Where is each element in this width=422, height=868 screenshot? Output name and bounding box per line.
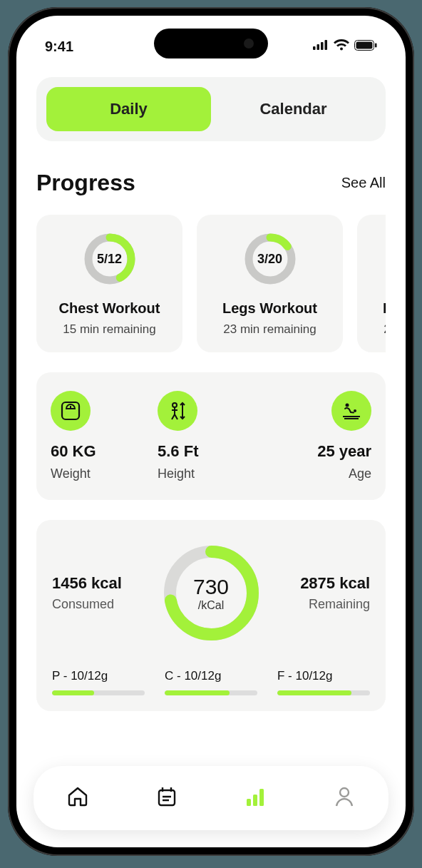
- progress-ring: 3/20: [242, 230, 299, 287]
- weight-icon: [51, 391, 91, 431]
- progress-card-sub: 15 min remaining: [63, 322, 155, 337]
- nav-profile[interactable]: [330, 784, 359, 812]
- macro-protein: P - 10/12g: [52, 669, 145, 695]
- tab-calendar[interactable]: Calendar: [211, 87, 376, 131]
- progress-card[interactable]: 10/15 Legs Workout 23 min remaining: [357, 215, 386, 352]
- stat-value: 60 KG: [51, 442, 96, 461]
- calories-remaining: 2875 kcal Remaining: [263, 574, 371, 612]
- body-stats-card: 60 KG Weight 5.6 Ft Height 25 year Age: [36, 372, 386, 500]
- phone-frame: 9:41 Daily Calendar Progress: [8, 7, 414, 856]
- macro-label: C - 10/12g: [165, 669, 257, 683]
- svg-point-15: [173, 403, 177, 407]
- progress-row[interactable]: 5/12 Chest Workout 15 min remaining 3/20…: [36, 215, 386, 352]
- svg-line-17: [172, 414, 175, 419]
- bottom-nav: [34, 766, 388, 830]
- svg-rect-5: [356, 41, 373, 48]
- progress-ring: 5/12: [81, 230, 138, 287]
- cellular-icon: [313, 40, 329, 53]
- svg-rect-32: [247, 799, 251, 806]
- calories-ring: 730 /kCal: [160, 541, 263, 645]
- profile-icon: [332, 785, 356, 812]
- calories-consumed: 1456 kcal Consumed: [52, 574, 160, 612]
- calories-top: 1456 kcal Consumed 730 /kCal 2875 kcal R…: [52, 541, 370, 645]
- macro-label: P - 10/12g: [52, 669, 145, 683]
- progress-card-sub: 23 min remaining: [384, 322, 386, 337]
- svg-rect-2: [321, 42, 324, 50]
- progress-ratio: 5/12: [81, 230, 138, 287]
- tab-switch: Daily Calendar: [36, 77, 386, 141]
- svg-rect-27: [159, 790, 175, 805]
- macro-bar: [52, 690, 145, 695]
- stat-label: Age: [349, 466, 371, 481]
- status-icons: [313, 39, 377, 53]
- svg-line-18: [175, 414, 177, 419]
- stat-weight: 60 KG Weight: [51, 391, 158, 481]
- svg-point-35: [340, 788, 349, 797]
- svg-rect-33: [253, 795, 257, 806]
- progress-card[interactable]: 5/12 Chest Workout 15 min remaining: [36, 215, 182, 352]
- remaining-value: 2875 kcal: [263, 574, 371, 593]
- remaining-label: Remaining: [263, 597, 371, 612]
- macro-row: P - 10/12g C - 10/12g F - 10/12g: [52, 669, 370, 695]
- macro-fat: F - 10/12g: [277, 669, 370, 695]
- see-all-link[interactable]: See All: [341, 175, 386, 191]
- svg-rect-34: [259, 789, 264, 806]
- svg-rect-3: [325, 40, 328, 50]
- macro-bar: [165, 690, 257, 695]
- stat-age: 25 year Age: [264, 391, 371, 481]
- stat-height: 5.6 Ft Height: [158, 391, 264, 481]
- battery-icon: [354, 40, 377, 53]
- content: Daily Calendar Progress See All 5/12 Che…: [16, 77, 406, 711]
- progress-card-sub: 23 min remaining: [223, 322, 316, 337]
- status-time: 9:41: [45, 39, 73, 55]
- nav-home[interactable]: [63, 784, 92, 812]
- stat-label: Weight: [51, 466, 91, 481]
- macro-bar: [277, 690, 370, 695]
- svg-rect-0: [313, 46, 316, 50]
- macro-label: F - 10/12g: [277, 669, 370, 683]
- calendar-icon: [155, 785, 179, 812]
- nav-stats[interactable]: [241, 784, 269, 812]
- age-icon: [331, 391, 371, 431]
- nav-calendar[interactable]: [153, 784, 181, 812]
- calories-ring-unit: /kCal: [198, 599, 224, 612]
- svg-rect-6: [375, 43, 377, 47]
- progress-ratio: 3/20: [242, 230, 299, 287]
- stat-value: 25 year: [317, 442, 371, 461]
- consumed-label: Consumed: [52, 597, 160, 612]
- macro-carbs: C - 10/12g: [165, 669, 257, 695]
- progress-card[interactable]: 3/20 Legs Workout 23 min remaining: [197, 215, 343, 352]
- notch: [154, 29, 268, 58]
- stat-label: Height: [158, 466, 195, 481]
- screen: 9:41 Daily Calendar Progress: [16, 16, 406, 847]
- calories-ring-value: 730: [193, 575, 229, 599]
- calories-card: 1456 kcal Consumed 730 /kCal 2875 kcal R…: [36, 520, 386, 711]
- progress-card-title: Legs Workout: [383, 300, 386, 317]
- progress-card-title: Legs Workout: [222, 300, 317, 317]
- svg-point-21: [346, 404, 349, 407]
- consumed-value: 1456 kcal: [52, 574, 160, 593]
- stats-icon: [243, 785, 267, 812]
- progress-title: Progress: [36, 170, 135, 196]
- progress-header: Progress See All: [36, 170, 386, 196]
- home-icon: [66, 785, 90, 812]
- svg-point-22: [354, 409, 356, 412]
- svg-rect-1: [317, 44, 320, 50]
- progress-card-title: Chest Workout: [59, 300, 160, 317]
- height-icon: [158, 391, 197, 431]
- stat-value: 5.6 Ft: [158, 442, 198, 461]
- tab-daily[interactable]: Daily: [46, 87, 211, 131]
- wifi-icon: [334, 39, 349, 53]
